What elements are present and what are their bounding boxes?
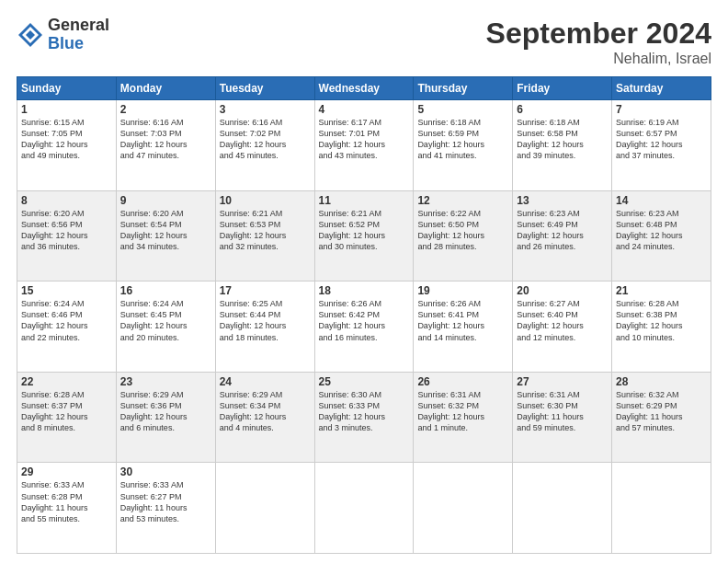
calendar-day-cell: 13Sunrise: 6:23 AM Sunset: 6:49 PM Dayli… <box>513 190 612 282</box>
location-title: Nehalim, Israel <box>486 51 711 67</box>
day-info: Sunrise: 6:23 AM Sunset: 6:49 PM Dayligh… <box>517 208 608 253</box>
calendar-day-cell: 23Sunrise: 6:29 AM Sunset: 6:36 PM Dayli… <box>116 372 215 463</box>
calendar-day-cell: 20Sunrise: 6:27 AM Sunset: 6:40 PM Dayli… <box>513 282 612 373</box>
day-info: Sunrise: 6:16 AM Sunset: 7:03 PM Dayligh… <box>120 117 211 162</box>
day-info: Sunrise: 6:26 AM Sunset: 6:42 PM Dayligh… <box>319 298 410 343</box>
day-info: Sunrise: 6:17 AM Sunset: 7:01 PM Dayligh… <box>319 117 410 162</box>
logo-blue-text: Blue <box>48 35 109 53</box>
calendar-day-cell <box>612 463 711 554</box>
day-number: 3 <box>220 103 311 116</box>
calendar-day-cell: 2Sunrise: 6:16 AM Sunset: 7:03 PM Daylig… <box>116 100 215 191</box>
day-info: Sunrise: 6:33 AM Sunset: 6:27 PM Dayligh… <box>120 479 211 524</box>
day-info: Sunrise: 6:19 AM Sunset: 6:57 PM Dayligh… <box>616 117 707 162</box>
calendar-day-cell: 28Sunrise: 6:32 AM Sunset: 6:29 PM Dayli… <box>612 372 711 463</box>
day-number: 28 <box>616 375 707 388</box>
day-info: Sunrise: 6:21 AM Sunset: 6:53 PM Dayligh… <box>220 208 311 253</box>
calendar-day-cell: 21Sunrise: 6:28 AM Sunset: 6:38 PM Dayli… <box>612 282 711 373</box>
day-number: 23 <box>120 375 211 388</box>
day-number: 4 <box>319 103 410 116</box>
calendar-day-cell: 11Sunrise: 6:21 AM Sunset: 6:52 PM Dayli… <box>314 190 414 282</box>
calendar-day-cell <box>414 463 513 554</box>
day-info: Sunrise: 6:28 AM Sunset: 6:37 PM Dayligh… <box>21 389 112 434</box>
calendar-week-row: 1Sunrise: 6:15 AM Sunset: 7:05 PM Daylig… <box>17 100 711 191</box>
calendar-day-cell <box>215 463 314 554</box>
day-info: Sunrise: 6:31 AM Sunset: 6:30 PM Dayligh… <box>517 389 608 434</box>
day-number: 25 <box>319 375 410 388</box>
day-number: 30 <box>120 465 211 478</box>
day-number: 26 <box>417 375 508 388</box>
calendar-day-cell: 30Sunrise: 6:33 AM Sunset: 6:27 PM Dayli… <box>116 463 215 554</box>
calendar-week-row: 8Sunrise: 6:20 AM Sunset: 6:56 PM Daylig… <box>17 190 711 282</box>
calendar-day-cell: 17Sunrise: 6:25 AM Sunset: 6:44 PM Dayli… <box>215 282 314 373</box>
day-number: 5 <box>417 103 508 116</box>
calendar-day-cell: 16Sunrise: 6:24 AM Sunset: 6:45 PM Dayli… <box>116 282 215 373</box>
day-number: 14 <box>616 194 707 207</box>
calendar-day-cell: 22Sunrise: 6:28 AM Sunset: 6:37 PM Dayli… <box>17 372 117 463</box>
day-info: Sunrise: 6:18 AM Sunset: 6:59 PM Dayligh… <box>417 117 508 162</box>
day-info: Sunrise: 6:24 AM Sunset: 6:46 PM Dayligh… <box>21 298 112 343</box>
day-info: Sunrise: 6:24 AM Sunset: 6:45 PM Dayligh… <box>120 298 211 343</box>
day-info: Sunrise: 6:16 AM Sunset: 7:02 PM Dayligh… <box>220 117 311 162</box>
day-number: 22 <box>21 375 112 388</box>
day-info: Sunrise: 6:21 AM Sunset: 6:52 PM Dayligh… <box>319 208 410 253</box>
calendar-day-cell: 25Sunrise: 6:30 AM Sunset: 6:33 PM Dayli… <box>314 372 414 463</box>
day-number: 15 <box>21 284 112 297</box>
day-info: Sunrise: 6:25 AM Sunset: 6:44 PM Dayligh… <box>220 298 311 343</box>
day-info: Sunrise: 6:26 AM Sunset: 6:41 PM Dayligh… <box>417 298 508 343</box>
calendar-day-cell: 9Sunrise: 6:20 AM Sunset: 6:54 PM Daylig… <box>116 190 215 282</box>
day-number: 9 <box>120 194 211 207</box>
calendar-day-header: Thursday <box>414 77 513 100</box>
day-info: Sunrise: 6:22 AM Sunset: 6:50 PM Dayligh… <box>417 208 508 253</box>
calendar-day-cell: 24Sunrise: 6:29 AM Sunset: 6:34 PM Dayli… <box>215 372 314 463</box>
day-info: Sunrise: 6:18 AM Sunset: 6:58 PM Dayligh… <box>517 117 608 162</box>
day-number: 17 <box>220 284 311 297</box>
calendar-day-cell: 8Sunrise: 6:20 AM Sunset: 6:56 PM Daylig… <box>17 190 117 282</box>
header: General Blue September 2024 Nehalim, Isr… <box>17 17 711 67</box>
logo-icon <box>17 21 44 49</box>
calendar-day-cell: 7Sunrise: 6:19 AM Sunset: 6:57 PM Daylig… <box>612 100 711 191</box>
day-number: 7 <box>616 103 707 116</box>
day-number: 21 <box>616 284 707 297</box>
calendar-day-cell: 1Sunrise: 6:15 AM Sunset: 7:05 PM Daylig… <box>17 100 117 191</box>
day-number: 27 <box>517 375 608 388</box>
calendar-day-cell: 6Sunrise: 6:18 AM Sunset: 6:58 PM Daylig… <box>513 100 612 191</box>
calendar-day-cell: 4Sunrise: 6:17 AM Sunset: 7:01 PM Daylig… <box>314 100 414 191</box>
day-info: Sunrise: 6:23 AM Sunset: 6:48 PM Dayligh… <box>616 208 707 253</box>
calendar-day-cell: 10Sunrise: 6:21 AM Sunset: 6:53 PM Dayli… <box>215 190 314 282</box>
calendar-day-header: Monday <box>116 77 215 100</box>
day-number: 10 <box>220 194 311 207</box>
month-title: September 2024 <box>486 17 711 51</box>
day-number: 6 <box>517 103 608 116</box>
day-number: 12 <box>417 194 508 207</box>
calendar-header-row: SundayMondayTuesdayWednesdayThursdayFrid… <box>17 77 711 100</box>
day-number: 29 <box>21 465 112 478</box>
day-number: 11 <box>319 194 410 207</box>
day-number: 8 <box>21 194 112 207</box>
day-number: 18 <box>319 284 410 297</box>
page: General Blue September 2024 Nehalim, Isr… <box>0 0 728 563</box>
day-info: Sunrise: 6:31 AM Sunset: 6:32 PM Dayligh… <box>417 389 508 434</box>
day-info: Sunrise: 6:20 AM Sunset: 6:56 PM Dayligh… <box>21 208 112 253</box>
day-number: 1 <box>21 103 112 116</box>
calendar-day-cell: 5Sunrise: 6:18 AM Sunset: 6:59 PM Daylig… <box>414 100 513 191</box>
calendar-day-cell: 14Sunrise: 6:23 AM Sunset: 6:48 PM Dayli… <box>612 190 711 282</box>
logo: General Blue <box>17 17 109 53</box>
calendar-day-cell: 12Sunrise: 6:22 AM Sunset: 6:50 PM Dayli… <box>414 190 513 282</box>
calendar-day-cell: 29Sunrise: 6:33 AM Sunset: 6:28 PM Dayli… <box>17 463 117 554</box>
day-number: 16 <box>120 284 211 297</box>
calendar-day-cell: 3Sunrise: 6:16 AM Sunset: 7:02 PM Daylig… <box>215 100 314 191</box>
day-info: Sunrise: 6:32 AM Sunset: 6:29 PM Dayligh… <box>616 389 707 434</box>
day-info: Sunrise: 6:33 AM Sunset: 6:28 PM Dayligh… <box>21 479 112 524</box>
title-block: September 2024 Nehalim, Israel <box>486 17 711 67</box>
day-info: Sunrise: 6:29 AM Sunset: 6:34 PM Dayligh… <box>220 389 311 434</box>
calendar-day-header: Sunday <box>17 77 117 100</box>
calendar-day-header: Saturday <box>612 77 711 100</box>
calendar-day-cell <box>513 463 612 554</box>
calendar-week-row: 22Sunrise: 6:28 AM Sunset: 6:37 PM Dayli… <box>17 372 711 463</box>
calendar-day-cell: 19Sunrise: 6:26 AM Sunset: 6:41 PM Dayli… <box>414 282 513 373</box>
calendar-day-cell: 15Sunrise: 6:24 AM Sunset: 6:46 PM Dayli… <box>17 282 117 373</box>
day-info: Sunrise: 6:29 AM Sunset: 6:36 PM Dayligh… <box>120 389 211 434</box>
day-info: Sunrise: 6:15 AM Sunset: 7:05 PM Dayligh… <box>21 117 112 162</box>
day-info: Sunrise: 6:28 AM Sunset: 6:38 PM Dayligh… <box>616 298 707 343</box>
logo-general-text: General <box>48 17 109 35</box>
